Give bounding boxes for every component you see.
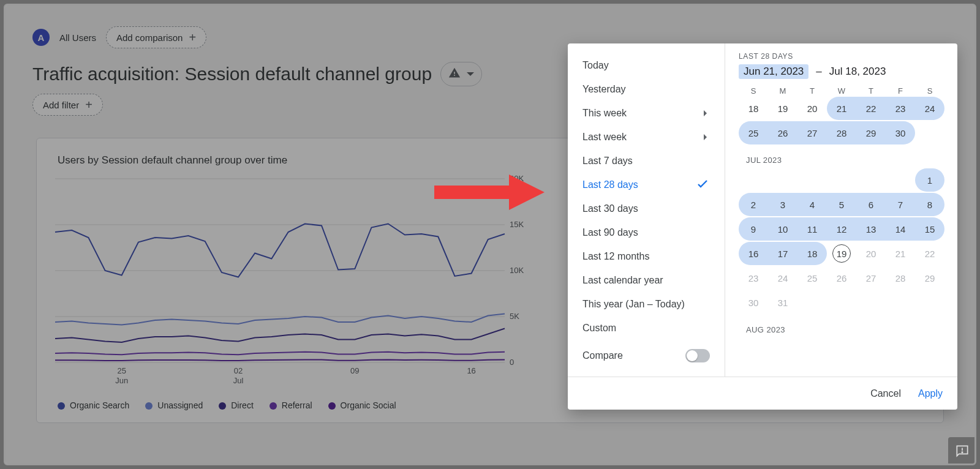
cal-day[interactable]: 2 [739, 193, 768, 216]
cal-day[interactable]: 14 [886, 217, 915, 241]
preset-last-calendar-year[interactable]: Last calendar year [568, 268, 725, 292]
cal-day[interactable]: 20 [856, 242, 886, 265]
cal-day[interactable]: 25 [739, 121, 768, 144]
cal-day[interactable]: 28 [886, 266, 915, 290]
preset-label: This week [582, 108, 627, 119]
cal-day[interactable]: 10 [768, 217, 797, 241]
preset-last-week[interactable]: Last week [568, 125, 725, 149]
cal-day[interactable]: 29 [915, 266, 944, 290]
warning-icon [448, 67, 461, 82]
calendar-scroll[interactable]: 18192021222324252627282930JUL 2023123456… [739, 97, 951, 342]
cal-day[interactable]: 26 [827, 266, 856, 290]
svg-text:25: 25 [118, 366, 126, 375]
cal-empty [827, 168, 856, 192]
cal-day[interactable]: 17 [768, 242, 797, 265]
page-title: Traffic acquisition: Session default cha… [32, 64, 432, 84]
cal-day[interactable]: 5 [827, 193, 856, 216]
start-date-input[interactable]: Jun 21, 2023 [739, 64, 809, 79]
chevron-down-icon [467, 72, 474, 80]
preset-last-7-days[interactable]: Last 7 days [568, 149, 725, 173]
cancel-button[interactable]: Cancel [870, 388, 901, 399]
cal-empty [739, 168, 768, 192]
legend-item[interactable]: Unassigned [145, 400, 203, 410]
cal-day[interactable]: 27 [856, 266, 886, 290]
compare-label: Compare [582, 350, 623, 361]
preset-last-12-months[interactable]: Last 12 months [568, 244, 725, 268]
weekday-M: M [768, 86, 797, 96]
legend-item[interactable]: Referral [270, 400, 312, 410]
legend-item[interactable]: Organic Social [328, 400, 396, 410]
cal-day[interactable]: 22 [915, 242, 944, 265]
cal-day[interactable]: 27 [797, 121, 827, 144]
add-filter-label: Add filter [43, 100, 79, 110]
cal-day[interactable]: 8 [915, 193, 944, 216]
segment-all-users[interactable]: All Users [59, 32, 96, 43]
cal-day[interactable]: 19 [827, 242, 856, 265]
cal-day[interactable]: 18 [797, 242, 827, 265]
cal-day[interactable]: 30 [886, 121, 915, 144]
annotation-arrow-icon [434, 174, 545, 212]
cal-day[interactable]: 15 [915, 217, 944, 241]
cal-day[interactable]: 29 [856, 121, 886, 144]
preset-yesterday[interactable]: Yesterday [568, 77, 725, 101]
check-icon [695, 176, 710, 193]
cal-empty [856, 291, 886, 314]
svg-text:5K: 5K [510, 312, 519, 321]
chevron-right-icon [704, 134, 710, 140]
cal-day[interactable]: 11 [797, 217, 827, 241]
add-filter-button[interactable]: Add filter + [32, 94, 103, 116]
thresholding-dropdown[interactable] [440, 62, 482, 86]
cal-day[interactable]: 3 [768, 193, 797, 216]
cal-day[interactable]: 31 [768, 291, 797, 314]
cal-day[interactable]: 18 [739, 97, 768, 120]
cal-day[interactable]: 6 [856, 193, 886, 216]
preset-today[interactable]: Today [568, 53, 725, 77]
legend-dot-icon [58, 402, 65, 410]
cal-day[interactable]: 22 [856, 97, 886, 120]
cal-day[interactable]: 26 [768, 121, 797, 144]
legend-item[interactable]: Organic Search [58, 400, 129, 410]
cal-empty [768, 168, 797, 192]
range-dates: Jun 21, 2023 – Jul 18, 2023 [739, 64, 951, 79]
cal-empty [797, 168, 827, 192]
svg-text:0: 0 [510, 358, 514, 367]
cal-day[interactable]: 28 [827, 121, 856, 144]
cal-day[interactable]: 19 [768, 97, 797, 120]
apply-button[interactable]: Apply [918, 388, 943, 399]
cal-day[interactable]: 4 [797, 193, 827, 216]
cal-day[interactable]: 20 [797, 97, 827, 120]
cal-day[interactable]: 24 [915, 97, 944, 120]
cal-day[interactable]: 7 [886, 193, 915, 216]
cal-day[interactable]: 1 [915, 168, 944, 192]
cal-day[interactable]: 25 [797, 266, 827, 290]
feedback-icon[interactable] [948, 437, 976, 465]
cal-empty [797, 291, 827, 314]
cal-day[interactable]: 21 [827, 97, 856, 120]
cal-day[interactable]: 12 [827, 217, 856, 241]
cal-day[interactable]: 24 [768, 266, 797, 290]
svg-text:16: 16 [467, 366, 475, 375]
cal-day[interactable]: 21 [886, 242, 915, 265]
cal-day[interactable]: 13 [856, 217, 886, 241]
preset-last-90-days[interactable]: Last 90 days [568, 220, 725, 244]
cal-day[interactable]: 23 [739, 266, 768, 290]
preset-label: Last week [582, 132, 627, 143]
compare-toggle[interactable] [685, 349, 710, 362]
cal-day[interactable]: 16 [739, 242, 768, 265]
svg-rect-16 [434, 186, 509, 199]
preset-last-28-days[interactable]: Last 28 days [568, 173, 725, 197]
preset-custom[interactable]: Custom [568, 316, 725, 340]
range-label: LAST 28 DAYS [739, 52, 951, 61]
preset-this-week[interactable]: This week [568, 101, 725, 125]
cal-day[interactable]: 9 [739, 217, 768, 241]
preset-last-30-days[interactable]: Last 30 days [568, 197, 725, 220]
preset-this-year-jan-today-[interactable]: This year (Jan – Today) [568, 292, 725, 316]
cal-day[interactable]: 30 [739, 291, 768, 314]
legend-item[interactable]: Direct [219, 400, 254, 410]
cal-day[interactable]: 23 [886, 97, 915, 120]
svg-text:02: 02 [234, 366, 243, 375]
add-comparison-button[interactable]: Add comparison + [106, 26, 206, 48]
weekday-T: T [856, 86, 886, 96]
end-date-input[interactable]: Jul 18, 2023 [829, 66, 886, 78]
svg-text:09: 09 [350, 366, 359, 375]
